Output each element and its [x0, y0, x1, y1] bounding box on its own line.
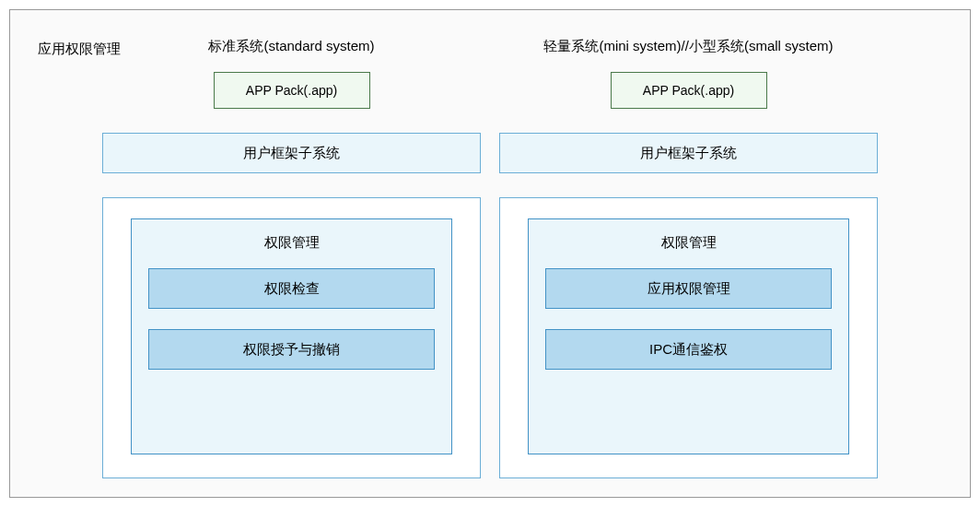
left-system-label: 标准系统(standard system)	[208, 38, 374, 55]
left-permission-item-0: 权限检查	[148, 268, 435, 309]
right-framework-box: 用户框架子系统	[499, 133, 878, 173]
columns-wrapper: 标准系统(standard system) APP Pack(.app) 用户框…	[10, 10, 970, 497]
left-permission-outer: 权限管理 权限检查 权限授予与撤销	[102, 197, 481, 478]
right-app-pack: APP Pack(.app)	[611, 72, 767, 109]
right-column: 轻量系统(mini system)//小型系统(small system) AP…	[499, 27, 878, 478]
left-framework-box: 用户框架子系统	[102, 133, 481, 173]
left-permission-inner: 权限管理 权限检查 权限授予与撤销	[131, 218, 452, 454]
left-app-pack: APP Pack(.app)	[214, 72, 370, 109]
left-column: 标准系统(standard system) APP Pack(.app) 用户框…	[102, 27, 481, 478]
left-permission-item-1: 权限授予与撤销	[148, 329, 435, 370]
right-permission-outer: 权限管理 应用权限管理 IPC通信鉴权	[499, 197, 878, 478]
left-permission-title: 权限管理	[264, 234, 320, 252]
right-permission-inner: 权限管理 应用权限管理 IPC通信鉴权	[528, 218, 849, 454]
right-permission-title: 权限管理	[661, 234, 717, 252]
right-permission-item-1: IPC通信鉴权	[545, 329, 832, 370]
diagram-title: 应用权限管理	[38, 41, 121, 58]
right-system-label: 轻量系统(mini system)//小型系统(small system)	[543, 38, 833, 55]
right-permission-item-0: 应用权限管理	[545, 268, 832, 309]
diagram-container: 应用权限管理 标准系统(standard system) APP Pack(.a…	[9, 9, 971, 498]
